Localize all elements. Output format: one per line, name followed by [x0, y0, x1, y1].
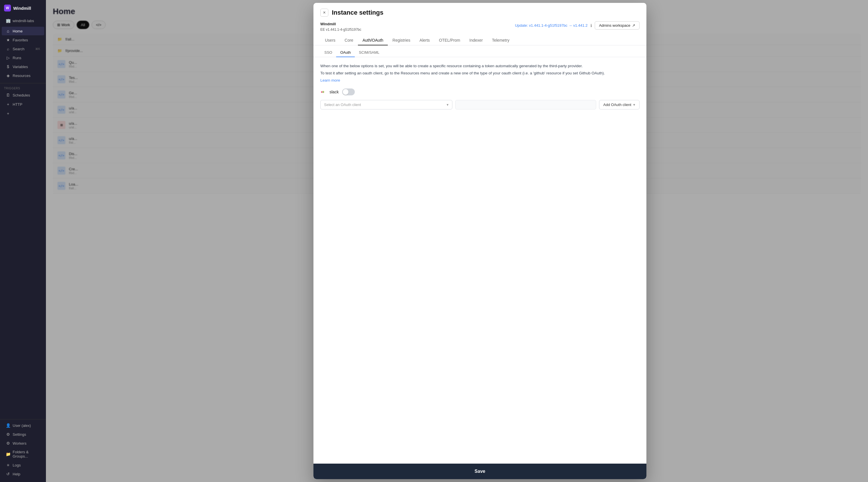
search-shortcut: ⌘K: [35, 48, 40, 51]
folders-icon: 📁: [6, 452, 10, 456]
modal-title: Instance settings: [332, 9, 383, 17]
oauth-client-select[interactable]: Select an OAuth client ▾: [320, 100, 453, 109]
sidebar-item-search[interactable]: ⌕ Search ⌘K: [2, 45, 44, 53]
sidebar-favorites-label: Favorites: [12, 38, 28, 42]
sidebar: W Windmill 🏢 windmill-labs ⌂ Home ★ Favo…: [0, 0, 46, 482]
toggle-thumb: [343, 89, 348, 95]
modal-close-button[interactable]: ×: [320, 9, 329, 17]
sidebar-workers-label: Workers: [12, 441, 26, 446]
tab-users[interactable]: Users: [320, 36, 340, 46]
variables-icon: $: [6, 64, 10, 69]
modal-meta-left: Windmill EE v1.441.1-4-g51f5197bc: [320, 21, 361, 32]
windmill-logo-icon: W: [4, 5, 11, 11]
sidebar-workspace-label: windmill-labs: [12, 19, 34, 23]
tab-registries[interactable]: Registries: [388, 36, 415, 46]
http-icon: +: [6, 102, 10, 107]
sidebar-folders-label: Folders & Groups...: [12, 450, 40, 458]
sidebar-divider-1: [0, 83, 46, 83]
add-oauth-button[interactable]: Add OAuth client +: [599, 100, 640, 109]
sidebar-item-help[interactable]: ↺ Help: [2, 470, 44, 478]
sidebar-logs-label: Logs: [12, 463, 21, 467]
sidebar-user-label: User (alex): [12, 423, 31, 428]
sidebar-runs-label: Runs: [12, 56, 21, 60]
sidebar-logo-text: Windmill: [13, 6, 31, 11]
tab-auth-oauth[interactable]: Auth/OAuth: [358, 36, 388, 46]
info-icon[interactable]: ℹ: [590, 23, 592, 28]
tab-oauth[interactable]: OAuth: [336, 48, 355, 57]
sidebar-item-logs[interactable]: ≡ Logs: [2, 461, 44, 470]
sidebar-item-variables[interactable]: $ Variables: [2, 62, 44, 71]
sidebar-item-resources[interactable]: ◈ Resources: [2, 71, 44, 80]
home-icon: ⌂: [6, 29, 10, 33]
main-area: Home ⊞ Work All </> 📁 f/all... 📁 f/provi…: [46, 0, 868, 482]
sidebar-resources-label: Resources: [12, 74, 30, 78]
sidebar-item-home[interactable]: ⌂ Home: [2, 27, 44, 35]
slack-icon: [320, 89, 326, 95]
sidebar-divider-2: [0, 419, 46, 419]
search-icon: ⌕: [6, 47, 10, 51]
oauth-client-input[interactable]: [455, 100, 596, 109]
sidebar-item-runs[interactable]: ▷ Runs: [2, 53, 44, 62]
modal-body: When one of the below options is set, yo…: [313, 57, 646, 464]
learn-more-link[interactable]: Learn more: [320, 78, 340, 82]
sidebar-item-folders[interactable]: 📁 Folders & Groups...: [2, 448, 44, 460]
settings-icon: ⚙: [6, 432, 10, 436]
sidebar-home-label: Home: [12, 29, 23, 33]
logs-icon: ≡: [6, 463, 10, 467]
tab-sso[interactable]: SSO: [320, 48, 336, 57]
sidebar-item-favorites[interactable]: ★ Favorites: [2, 36, 44, 44]
sidebar-item-http[interactable]: + HTTP: [2, 100, 44, 109]
modal-footer: Save: [313, 463, 646, 479]
description-line2: To test it after setting an oauth client…: [320, 70, 640, 77]
runs-icon: ▷: [6, 55, 10, 60]
tab-alerts[interactable]: Alerts: [415, 36, 435, 46]
sidebar-item-schedules[interactable]: 🗓 Schedules: [2, 91, 44, 100]
help-icon: ↺: [6, 472, 10, 476]
modal-header: × Instance settings: [313, 3, 646, 21]
sidebar-item-settings[interactable]: ⚙ Settings: [2, 430, 44, 438]
sidebar-item-user[interactable]: 👤 User (alex): [2, 421, 44, 430]
tab-otel-prom[interactable]: OTEL/Prom: [434, 36, 465, 46]
favorites-icon: ★: [6, 38, 10, 42]
sidebar-search-label: Search: [12, 47, 24, 51]
sidebar-item-add[interactable]: +: [2, 109, 44, 118]
sidebar-item-workers[interactable]: ⚙ Workers: [2, 439, 44, 448]
windmill-name: Windmill: [320, 21, 361, 27]
tabs-secondary: SSO OAuth SCIM/SAML: [313, 46, 646, 57]
tab-telemetry[interactable]: Telemetry: [487, 36, 514, 46]
plus-icon: +: [633, 103, 635, 107]
sidebar-http-label: HTTP: [12, 102, 22, 107]
tabs-primary: Users Core Auth/OAuth Registries Alerts …: [313, 32, 646, 46]
resources-icon: ◈: [6, 73, 10, 78]
windmill-version: EE v1.441.1-4-g51f5197bc: [320, 27, 361, 32]
workers-icon: ⚙: [6, 441, 10, 446]
triggers-section-label: TRIGGERS: [0, 85, 46, 90]
workspace-icon: 🏢: [6, 19, 10, 23]
oauth-client-row: Select an OAuth client ▾ Add OAuth clien…: [320, 100, 640, 109]
tab-core[interactable]: Core: [340, 36, 358, 46]
admins-workspace-button[interactable]: Admins workspace ↗: [595, 21, 640, 30]
save-button[interactable]: Save: [313, 463, 646, 479]
sidebar-logo: W Windmill: [0, 0, 46, 16]
sidebar-bottom: 👤 User (alex) ⚙ Settings ⚙ Workers 📁 Fol…: [0, 417, 46, 482]
external-link-icon: ↗: [632, 23, 635, 28]
sidebar-variables-label: Variables: [12, 65, 28, 69]
select-placeholder: Select an OAuth client: [324, 103, 361, 107]
sidebar-schedules-label: Schedules: [12, 93, 30, 97]
add-icon: +: [6, 111, 10, 116]
instance-settings-modal: × Instance settings Windmill EE v1.441.1…: [313, 3, 646, 479]
user-icon: 👤: [6, 423, 10, 428]
modal-meta-bar: Windmill EE v1.441.1-4-g51f5197bc Update…: [313, 21, 646, 32]
chevron-down-icon: ▾: [446, 103, 448, 107]
slack-label: slack: [330, 90, 339, 94]
sidebar-item-workspace[interactable]: 🏢 windmill-labs: [2, 17, 44, 25]
tab-scim-saml[interactable]: SCIM/SAML: [355, 48, 383, 57]
update-link[interactable]: Update: v1.441.1-4-g51f5197bc → v1.441.2: [515, 23, 588, 28]
schedules-icon: 🗓: [6, 93, 10, 97]
sidebar-nav: ⌂ Home ★ Favorites ⌕ Search ⌘K ▷ Runs $ …: [0, 25, 46, 81]
modal-overlay: × Instance settings Windmill EE v1.441.1…: [46, 0, 868, 482]
slack-toggle[interactable]: [342, 88, 355, 95]
tab-indexer[interactable]: Indexer: [465, 36, 487, 46]
sidebar-settings-label: Settings: [12, 432, 26, 436]
admins-workspace-label: Admins workspace: [599, 23, 630, 28]
